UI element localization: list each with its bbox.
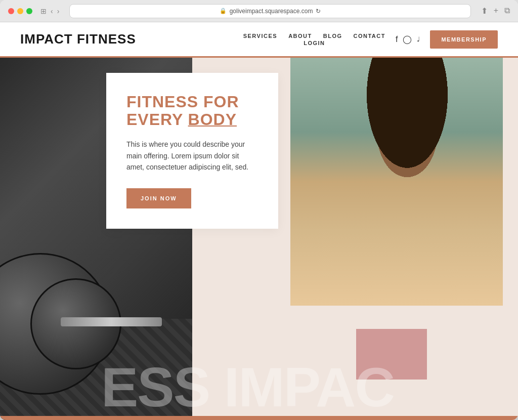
- nav-login[interactable]: LOGIN: [304, 40, 325, 46]
- hero-content-card: FITNESS FOR EVERY BODY This is where you…: [106, 73, 278, 229]
- nav-links: SERVICES ABOUT BLOG CONTACT LOGIN: [243, 33, 385, 46]
- nav-blog[interactable]: BLOG: [323, 33, 342, 39]
- hero-section: FITNESS FOR EVERY BODY This is where you…: [0, 58, 518, 420]
- close-button[interactable]: [8, 8, 14, 14]
- nav-about[interactable]: ABOUT: [288, 33, 312, 39]
- headline-underline-word: BODY: [188, 110, 237, 129]
- brand-logo[interactable]: IMPACT FITNESS: [20, 31, 243, 47]
- forward-icon[interactable]: ›: [57, 7, 60, 15]
- nav-contact[interactable]: CONTACT: [354, 33, 385, 39]
- woman-figure: [290, 58, 503, 306]
- hero-woman-image: [290, 58, 503, 306]
- membership-button[interactable]: MEMBERSHIP: [430, 30, 498, 49]
- sidebar-toggle-icon[interactable]: ⊞: [40, 7, 47, 15]
- social-icons: f ◯ ♩: [396, 34, 420, 44]
- browser-window: ⊞ ‹ › 🔒 goliveimpact.squarespace.com ↻ ⬆…: [0, 0, 518, 420]
- browser-controls: ⊞ ‹ ›: [40, 7, 59, 15]
- website: IMPACT FITNESS SERVICES ABOUT BLOG CONTA…: [0, 22, 518, 420]
- lock-icon: 🔒: [220, 8, 227, 14]
- browser-titlebar: ⊞ ‹ › 🔒 goliveimpact.squarespace.com ↻ ⬆…: [0, 0, 518, 22]
- join-now-button[interactable]: JOIN NOW: [126, 188, 191, 208]
- headline-line2: EVERY: [126, 110, 188, 129]
- dumbbell-bar: [61, 317, 162, 326]
- watermark-text: ESS IMPAC: [101, 359, 394, 415]
- refresh-icon[interactable]: ↻: [316, 8, 321, 15]
- address-bar[interactable]: 🔒 goliveimpact.squarespace.com ↻: [69, 4, 470, 18]
- hero-description: This is where you could describe your ma…: [126, 139, 258, 173]
- nav-services[interactable]: SERVICES: [243, 33, 277, 39]
- new-tab-icon[interactable]: +: [494, 6, 498, 16]
- facebook-icon[interactable]: f: [396, 35, 398, 44]
- instagram-icon[interactable]: ◯: [403, 34, 412, 44]
- nav-top-row: SERVICES ABOUT BLOG CONTACT: [243, 33, 385, 39]
- headline-line1: FITNESS FOR: [126, 93, 239, 111]
- back-icon[interactable]: ‹: [51, 7, 53, 15]
- minimize-button[interactable]: [17, 8, 23, 14]
- maximize-button[interactable]: [26, 8, 32, 14]
- navbar: IMPACT FITNESS SERVICES ABOUT BLOG CONTA…: [0, 22, 518, 58]
- url-text: goliveimpact.squarespace.com: [230, 8, 313, 15]
- share-icon[interactable]: ⬆: [481, 6, 488, 16]
- tiktok-icon[interactable]: ♩: [417, 35, 420, 43]
- traffic-lights: [8, 8, 32, 14]
- hero-headline: FITNESS FOR EVERY BODY: [126, 93, 258, 129]
- browser-actions: ⬆ + ⧉: [481, 6, 510, 16]
- nav-bottom-row: LOGIN: [304, 40, 325, 46]
- hero-bottom-strip: [0, 416, 518, 420]
- windows-icon[interactable]: ⧉: [504, 6, 510, 16]
